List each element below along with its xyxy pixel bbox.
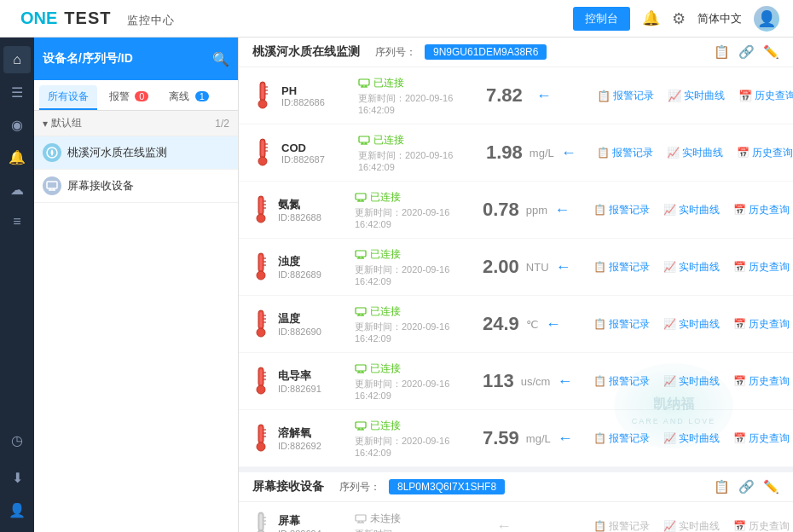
sensor-actions-ammonia: 📋报警记录 📈实时曲线 📅历史查询 xyxy=(593,203,790,217)
sensor-info-cod: COD ID:882687 xyxy=(281,142,350,165)
svg-point-16 xyxy=(258,157,267,165)
alarm-record-cod[interactable]: 📋报警记录 xyxy=(597,146,653,160)
history-query-do[interactable]: 📅历史查询 xyxy=(733,431,790,446)
history-query-ph[interactable]: 📅 历史查询 xyxy=(738,89,793,103)
icon-bar-download[interactable]: ⬇ xyxy=(3,464,31,491)
realtime-curve-turbidity[interactable]: 📈实时曲线 xyxy=(663,260,720,275)
station-screen-copy-btn[interactable]: 📋 xyxy=(714,479,730,494)
svg-rect-27 xyxy=(260,198,263,213)
svg-rect-37 xyxy=(260,255,263,270)
realtime-curve-screen[interactable]: 📈实时曲线 xyxy=(663,519,720,533)
icon-bar: ⌂ ☰ ◉ 🔔 ☁ ≡ ◷ ⬇ 👤 xyxy=(0,38,34,532)
svg-rect-67 xyxy=(260,426,263,442)
svg-rect-81 xyxy=(356,515,366,521)
history-query-screen[interactable]: 📅历史查询 xyxy=(733,519,790,533)
sidebar-device-screen[interactable]: 屏幕接收设备 xyxy=(34,170,238,203)
sensor-icon-ph xyxy=(252,80,273,111)
svg-rect-57 xyxy=(260,369,263,385)
svg-rect-77 xyxy=(260,514,263,529)
station-link-btn[interactable]: 🔗 xyxy=(738,44,755,60)
sidebar-tab-all[interactable]: 所有设备 xyxy=(39,85,97,110)
sensor-row-conductivity: 电导率 ID:882691 已连接 更新时间：2020-09-16 16:42:… xyxy=(239,353,793,410)
icon-bar-list[interactable]: ☰ xyxy=(3,78,31,106)
sensor-icon-cod xyxy=(252,137,273,168)
history-query-cod[interactable]: 📅历史查询 xyxy=(737,146,793,160)
svg-rect-41 xyxy=(356,251,366,257)
station-screen-actions: 📋 🔗 ✏️ xyxy=(714,479,779,494)
sensor-arrow-cod: ← xyxy=(561,144,576,162)
sensor-row-ph: PH ID:882686 已连接 更新时间：2020-09-16 16:42:0… xyxy=(239,67,793,124)
alarm-record-screen[interactable]: 📋报警记录 xyxy=(593,519,650,533)
history-query-ammonia[interactable]: 📅历史查询 xyxy=(733,203,790,217)
avatar[interactable]: 👤 xyxy=(754,6,779,32)
sidebar-device-water-label: 桃溪河水质在线监测 xyxy=(67,145,167,160)
sidebar-device-water[interactable]: 桃溪河水质在线监测 xyxy=(34,136,238,170)
alarm-record-ph[interactable]: 📋 报警记录 xyxy=(597,89,654,103)
sidebar-group-count: 1/2 xyxy=(215,118,229,130)
sensor-row-cod: COD ID:882687 已连接 更新时间：2020-09-16 16:42:… xyxy=(239,124,793,182)
alarm-record-ammonia[interactable]: 📋报警记录 xyxy=(593,203,650,217)
sidebar-tab-alarm[interactable]: 报警 0 xyxy=(101,85,157,110)
sidebar-group[interactable]: ▾ 默认组 1/2 xyxy=(34,111,238,136)
station-edit-btn[interactable]: ✏️ xyxy=(763,44,779,60)
station-screen-link-btn[interactable]: 🔗 xyxy=(738,479,755,494)
sensor-value-conductivity: 113 us/cm ← xyxy=(483,370,593,392)
sensor-value-cod: 1.98 mg/L ← xyxy=(486,142,597,164)
station-water-name: 桃溪河水质在线监测 xyxy=(252,44,360,60)
navbar-subtitle: 监控中心 xyxy=(127,14,175,26)
sensor-icon-ammonia xyxy=(252,194,269,225)
icon-bar-user[interactable]: 👤 xyxy=(3,496,31,523)
sensor-name-cod: COD xyxy=(281,142,350,154)
station-screen-edit-btn[interactable]: ✏️ xyxy=(763,479,779,494)
svg-point-46 xyxy=(257,328,265,337)
settings-icon[interactable]: ⚙ xyxy=(672,9,686,28)
icon-bar-alert[interactable]: 🔔 xyxy=(3,143,31,171)
sensor-value-ammonia: 0.78 ppm ← xyxy=(483,199,593,221)
realtime-curve-ph[interactable]: 📈 实时曲线 xyxy=(668,89,725,103)
station-water-section: 桃溪河水质在线监测 序列号： 9N9GU61DEM9A38R6 📋 🔗 ✏️ xyxy=(239,38,793,467)
realtime-curve-cond[interactable]: 📈实时曲线 xyxy=(663,374,720,389)
icon-bar-location[interactable]: ◉ xyxy=(3,111,31,138)
device-icon-water xyxy=(43,143,61,162)
alarm-record-cond[interactable]: 📋报警记录 xyxy=(593,374,650,389)
history-query-cond[interactable]: 📅历史查询 xyxy=(733,374,790,389)
icon-bar-menu[interactable]: ≡ xyxy=(3,208,31,235)
language-selector[interactable]: 简体中文 xyxy=(697,11,742,26)
icon-bar-cloud[interactable]: ☁ xyxy=(3,176,31,203)
realtime-curve-temp[interactable]: 📈实时曲线 xyxy=(663,317,720,332)
station-copy-btn[interactable]: 📋 xyxy=(714,44,730,60)
sensor-id-cod: ID:882687 xyxy=(281,154,350,165)
sensor-name-ph: PH xyxy=(281,84,350,97)
sensor-row-screen: 屏幕 ID:882694 未连接 更新时间： ← 📋报警记录 xyxy=(239,502,793,532)
sidebar-group-label: 默认组 xyxy=(51,116,82,130)
sidebar-tabs: 所有设备 报警 0 离线 1 xyxy=(34,80,238,111)
bell-icon[interactable]: 🔔 xyxy=(642,9,660,27)
history-query-turbidity[interactable]: 📅历史查询 xyxy=(733,260,790,275)
offline-badge: 1 xyxy=(195,91,209,101)
icon-bar-clock[interactable]: ◷ xyxy=(3,426,31,454)
svg-rect-17 xyxy=(262,141,264,156)
alarm-record-turbidity[interactable]: 📋报警记录 xyxy=(593,260,650,275)
realtime-curve-do[interactable]: 📈实时曲线 xyxy=(663,431,720,446)
sensor-value-temperature: 24.9 ℃ ← xyxy=(483,313,593,335)
svg-rect-21 xyxy=(359,136,369,142)
sidebar-header: 设备名/序列号/ID 🔍 xyxy=(34,38,238,80)
alarm-record-do[interactable]: 📋报警记录 xyxy=(593,431,650,446)
alarm-badge: 0 xyxy=(135,91,148,101)
sidebar-device-screen-label: 屏幕接收设备 xyxy=(67,178,134,194)
sidebar: 设备名/序列号/ID 🔍 所有设备 报警 0 离线 1 ▾ 默认组 1/2 xyxy=(34,38,239,532)
sidebar-tab-offline[interactable]: 离线 1 xyxy=(160,85,217,110)
sensor-row-do: 溶解氧 ID:882692 已连接 更新时间：2020-09-16 16:42:… xyxy=(239,410,793,467)
history-query-temp[interactable]: 📅历史查询 xyxy=(733,317,790,332)
realtime-curve-cod[interactable]: 📈实时曲线 xyxy=(667,146,723,160)
control-panel-button[interactable]: 控制台 xyxy=(573,7,630,31)
alarm-record-temp[interactable]: 📋报警记录 xyxy=(593,317,650,332)
sensor-value-screen: ← xyxy=(483,518,593,533)
sidebar-group-expand: ▾ xyxy=(43,118,48,130)
icon-bar-home[interactable]: ⌂ xyxy=(3,46,31,73)
svg-point-26 xyxy=(257,214,265,223)
realtime-curve-ammonia[interactable]: 📈实时曲线 xyxy=(663,203,720,217)
sidebar-search-icon[interactable]: 🔍 xyxy=(212,51,229,67)
svg-rect-1 xyxy=(47,182,57,188)
svg-rect-51 xyxy=(356,308,366,314)
